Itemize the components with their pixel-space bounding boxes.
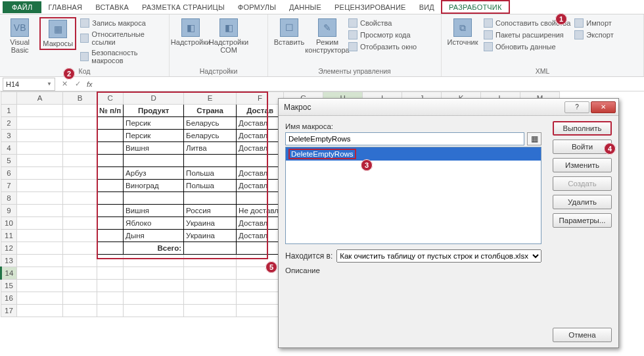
row-12[interactable]: 12	[1, 242, 17, 255]
cell[interactable]	[63, 205, 97, 217]
cell[interactable]: Доставл	[237, 130, 284, 142]
cell[interactable]	[17, 105, 63, 117]
cell[interactable]	[97, 242, 124, 255]
row-1[interactable]: 1	[1, 105, 17, 117]
col-A[interactable]: A	[17, 92, 63, 105]
cell[interactable]: Доставл	[237, 117, 284, 130]
cell[interactable]: Доставл	[237, 167, 284, 180]
row-7[interactable]: 7	[1, 180, 17, 192]
cell[interactable]: Вишня	[124, 142, 184, 155]
tab-layout[interactable]: РАЗМЕТКА СТРАНИЦЫ	[135, 1, 231, 13]
macro-name-picker-icon[interactable]: ▦	[527, 132, 541, 145]
cell[interactable]	[17, 155, 63, 167]
cell[interactable]	[63, 230, 97, 242]
row-13[interactable]: 13	[1, 255, 17, 267]
col-E[interactable]: E	[184, 92, 237, 105]
cell[interactable]	[17, 180, 63, 192]
macro-list[interactable]: DeleteEmptyRows	[285, 147, 541, 244]
cell[interactable]	[97, 142, 124, 155]
fx-icon[interactable]: fx	[84, 80, 95, 88]
cell[interactable]	[17, 230, 63, 242]
row-16[interactable]: 16	[1, 292, 17, 305]
row-6[interactable]: 6	[1, 167, 17, 180]
cell[interactable]: Не доставл	[237, 205, 284, 217]
options-button[interactable]: Параметры...	[553, 213, 612, 228]
macro-name-input[interactable]	[285, 132, 524, 145]
record-macro[interactable]: Запись макроса	[80, 17, 165, 29]
col-F[interactable]: F	[237, 92, 284, 105]
cell[interactable]	[17, 192, 63, 205]
macro-security[interactable]: Безопасность макросов	[80, 47, 165, 66]
cell[interactable]: Продукт	[124, 105, 184, 117]
cell[interactable]: Доставл	[237, 230, 284, 242]
delete-button[interactable]: Удалить	[553, 195, 612, 209]
row-15[interactable]: 15	[1, 280, 17, 292]
tab-file[interactable]: ФАЙЛ	[3, 1, 41, 13]
help-button[interactable]: ?	[564, 101, 589, 113]
cell[interactable]: Дыня	[124, 230, 184, 242]
cell[interactable]	[97, 180, 124, 192]
cell[interactable]	[63, 180, 97, 192]
rel-refs[interactable]: Относительные ссылки	[80, 29, 165, 47]
cell[interactable]	[97, 217, 124, 230]
location-select[interactable]: Как очистить таблицу от пустых строк и с…	[336, 249, 541, 263]
cell[interactable]	[184, 280, 237, 292]
cell[interactable]	[63, 130, 97, 142]
cell[interactable]: Доставл	[237, 217, 284, 230]
cell[interactable]	[17, 205, 63, 217]
cell[interactable]	[63, 105, 97, 117]
cell[interactable]	[97, 130, 124, 142]
name-box[interactable]: H14▼	[3, 78, 55, 91]
cell[interactable]	[184, 155, 237, 167]
cell[interactable]	[17, 117, 63, 130]
cell[interactable]	[184, 192, 237, 205]
tab-insert[interactable]: ВСТАВКА	[89, 1, 135, 13]
cell[interactable]	[97, 117, 124, 130]
cell[interactable]	[97, 305, 124, 317]
cell[interactable]	[124, 305, 184, 317]
cell[interactable]: Россия	[184, 205, 237, 217]
cell[interactable]	[124, 255, 184, 267]
row-17[interactable]: 17	[1, 305, 17, 317]
cell[interactable]	[17, 242, 63, 255]
cell[interactable]	[63, 155, 97, 167]
row-4[interactable]: 4	[1, 142, 17, 155]
cell[interactable]	[237, 280, 284, 292]
ctrl-props[interactable]: Свойства	[348, 17, 417, 29]
cell[interactable]	[124, 192, 184, 205]
step-into-button[interactable]: Войти	[553, 140, 612, 154]
cell[interactable]	[184, 292, 237, 305]
cell[interactable]	[124, 292, 184, 305]
row-8[interactable]: 8	[1, 192, 17, 205]
cell[interactable]	[17, 255, 63, 267]
col-B[interactable]: B	[63, 92, 97, 105]
cell[interactable]	[237, 155, 284, 167]
cell[interactable]: Всего:	[124, 242, 184, 255]
cell[interactable]	[63, 242, 97, 255]
row-5[interactable]: 5	[1, 155, 17, 167]
row-14[interactable]: 14	[1, 267, 17, 280]
vb-button[interactable]: VBVisual Basic	[4, 17, 35, 55]
cell[interactable]: Доставл	[237, 142, 284, 155]
cell[interactable]	[17, 130, 63, 142]
cell[interactable]	[17, 167, 63, 180]
cell[interactable]	[237, 305, 284, 317]
xml-import[interactable]: Импорт	[574, 17, 613, 29]
xml-ext[interactable]: Пакеты расширения	[484, 29, 570, 41]
com-addins-button[interactable]: ◧Надстройки COM	[212, 17, 246, 55]
cancel-formula-icon[interactable]: ✕	[58, 80, 71, 88]
design-mode-button[interactable]: ✎Режим конструктора	[310, 17, 344, 55]
xml-refresh[interactable]: Обновить данные	[484, 41, 570, 53]
cell[interactable]: Польша	[184, 167, 237, 180]
cell[interactable]: Виноград	[124, 180, 184, 192]
col-C[interactable]: C	[97, 92, 124, 105]
cell[interactable]: Достав	[237, 105, 284, 117]
cell[interactable]	[124, 155, 184, 167]
row-2[interactable]: 2	[1, 117, 17, 130]
cell[interactable]	[17, 305, 63, 317]
row-3[interactable]: 3	[1, 130, 17, 142]
tab-developer[interactable]: РАЗРАБОТЧИК	[441, 0, 510, 14]
cell[interactable]	[63, 305, 97, 317]
cell[interactable]	[17, 217, 63, 230]
cell[interactable]	[97, 230, 124, 242]
